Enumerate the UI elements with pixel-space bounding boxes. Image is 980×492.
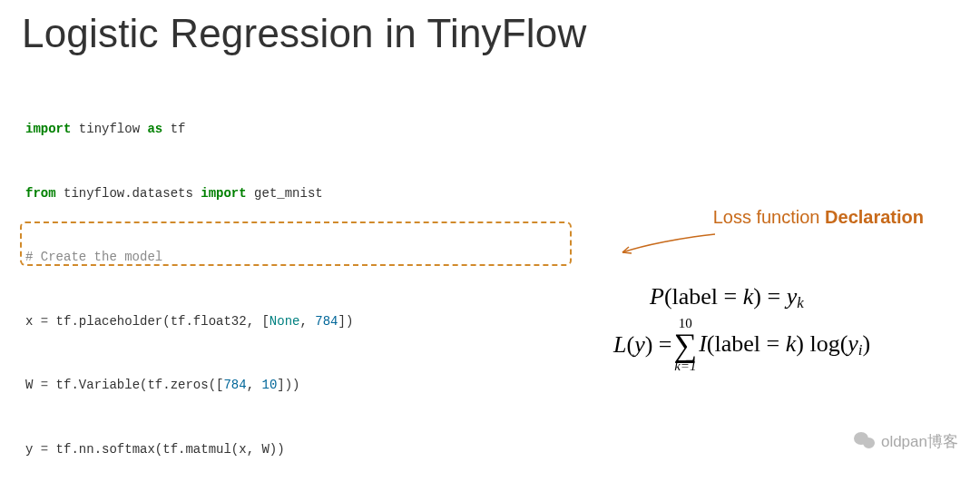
watermark-text: oldpan博客 [881,431,958,452]
code-line: from tinyflow.datasets import get_mnist [25,183,673,205]
slide-title: Logistic Regression in TinyFlow [22,11,586,56]
summation-icon: 10 ∑ k=1 [674,316,698,374]
code-line: y = tf.nn.softmax(tf.matmul(x, W)) [25,439,673,461]
code-line: x = tf.placeholder(tf.float32, [None, 78… [25,311,673,333]
code-line: import tinyflow as tf [25,119,673,141]
watermark: oldpan博客 [854,430,958,452]
highlight-box [20,221,572,266]
formula-block: P(label = k) = yk L(y) = 10 ∑ k=1 I(labe… [613,283,976,374]
formula-line-1: P(label = k) = yk [650,283,976,312]
annotation-label: Loss function Declaration [713,207,924,228]
wechat-icon [854,430,876,452]
code-line: W = tf.Variable(tf.zeros([784, 10])) [25,375,673,397]
code-block: import tinyflow as tf from tinyflow.data… [25,76,673,492]
formula-line-2: L(y) = 10 ∑ k=1 I(label = k) log(yi) [613,316,976,374]
